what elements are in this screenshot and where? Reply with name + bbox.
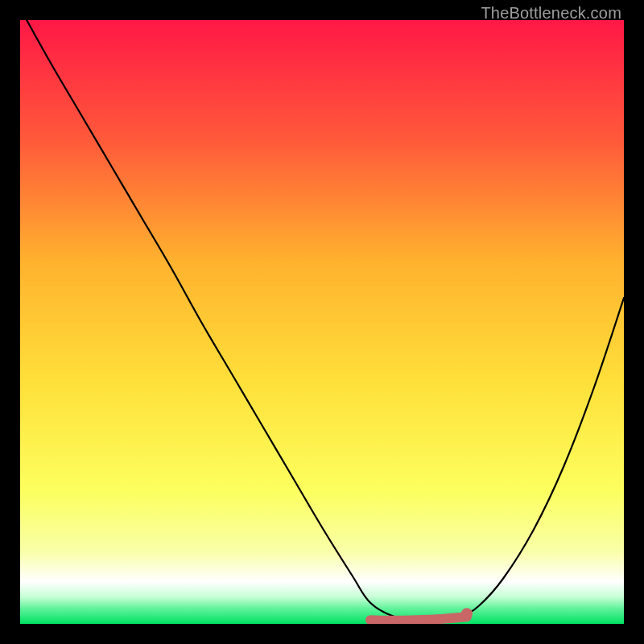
chart-container: TheBottleneck.com bbox=[0, 0, 644, 644]
chart-svg bbox=[20, 20, 624, 624]
bottleneck-curve bbox=[20, 20, 624, 620]
optimal-point-marker bbox=[461, 608, 473, 619]
plot-area bbox=[20, 20, 624, 624]
optimal-band-marker bbox=[370, 617, 467, 621]
